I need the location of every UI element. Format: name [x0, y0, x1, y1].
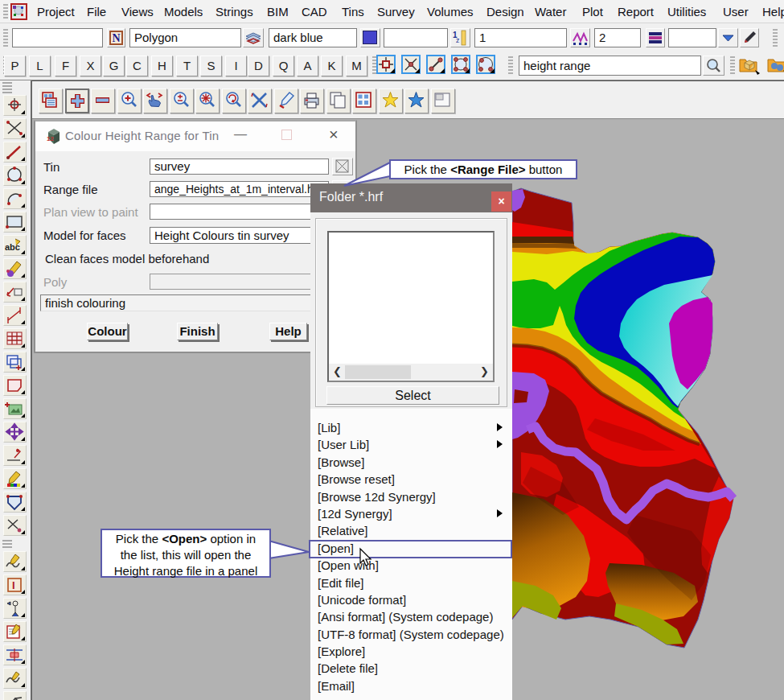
svg-text:12: 12 — [47, 135, 54, 142]
svg-text:I: I — [12, 579, 15, 591]
